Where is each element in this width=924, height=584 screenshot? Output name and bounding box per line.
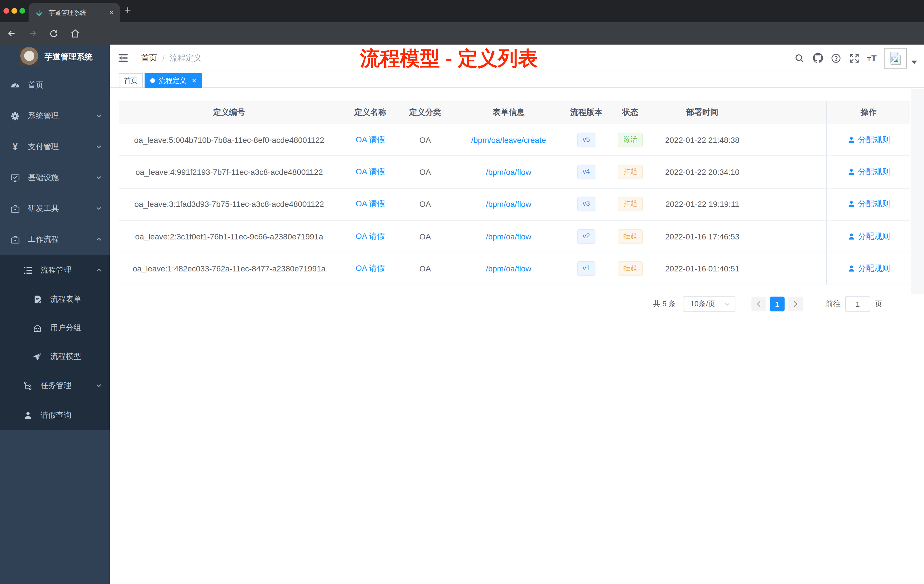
help-icon[interactable] (831, 53, 842, 63)
assign-rule-button[interactable]: 分配规则 (847, 264, 890, 274)
sidebar-item-leave-query[interactable]: 请假查询 (0, 401, 110, 430)
fullscreen-icon[interactable] (849, 53, 860, 63)
form-icon (33, 295, 42, 304)
breadcrumb-separator: / (162, 53, 165, 63)
breadcrumb-home[interactable]: 首页 (141, 53, 157, 63)
cell-id: oa_leave:2:3c1f0ef1-76b1-11ec-9c66-a2380… (119, 221, 340, 252)
tab-close-icon[interactable]: ✕ (109, 10, 114, 16)
search-icon[interactable] (794, 53, 805, 63)
tree-list-icon (23, 265, 33, 275)
toolbox-icon (10, 204, 20, 213)
cell-id: oa_leave:5:004b710b-7b8a-11ec-8ef0-acde4… (119, 124, 340, 156)
sidebar-item-task-mgmt[interactable]: 任务管理 (0, 371, 110, 401)
page-number-current[interactable]: 1 (770, 297, 785, 312)
tab-title: 芋道管理系统 (49, 8, 109, 17)
sidebar-item-devtools[interactable]: 研发工具 (0, 193, 110, 224)
version-tag: v2 (577, 229, 596, 244)
version-tag: v3 (577, 197, 596, 212)
send-icon (33, 352, 42, 361)
back-icon[interactable] (6, 28, 17, 39)
gear-icon (10, 111, 20, 121)
sidebar-item-system[interactable]: 系统管理 (0, 101, 110, 132)
robot-icon (33, 323, 42, 333)
tag-home[interactable]: 首页 (119, 73, 143, 88)
table-right-gutter (911, 89, 924, 294)
col-header-action: 操作 (826, 101, 910, 124)
window-close-button[interactable] (3, 8, 9, 14)
definition-name-link[interactable]: OA 请假 (356, 264, 385, 274)
page-suffix-label: 页 (875, 299, 882, 309)
cell-category: OA (401, 221, 449, 252)
definition-name-link[interactable]: OA 请假 (356, 167, 385, 177)
next-page-button[interactable] (788, 297, 803, 312)
sidebar-menu: 首页 系统管理 ¥ 支付管理 基础设施 (0, 70, 110, 430)
forward-icon[interactable] (27, 28, 38, 39)
form-link[interactable]: /bpm/oa/flow (486, 167, 531, 177)
window-controls (3, 8, 25, 14)
col-header-form: 表单信息 (449, 101, 568, 124)
form-link[interactable]: /bpm/oa/leave/create (471, 135, 546, 144)
assign-rule-button[interactable]: 分配规则 (847, 199, 890, 210)
assign-rule-button[interactable]: 分配规则 (847, 167, 890, 177)
main-content: 定义编号 定义名称 定义分类 表单信息 流程版本 状态 部署时间 操作 oa_l… (110, 88, 924, 584)
definition-name-link[interactable]: OA 请假 (356, 231, 385, 242)
col-header-status: 状态 (605, 101, 656, 124)
table-row: oa_leave:5:004b710b-7b8a-11ec-8ef0-acde4… (119, 124, 910, 156)
status-badge: 挂起 (618, 197, 643, 212)
window-minimize-button[interactable] (12, 8, 17, 14)
github-icon[interactable] (812, 53, 823, 63)
table-row: oa_leave:2:3c1f0ef1-76b1-11ec-9c66-a2380… (119, 221, 910, 253)
home-icon[interactable] (69, 28, 81, 39)
tag-close-icon[interactable]: ✕ (191, 77, 196, 84)
assign-rule-button[interactable]: 分配规则 (847, 231, 890, 242)
cell-time: 2022-01-22 20:34:10 (656, 156, 749, 188)
table-row: oa_leave:4:991f2193-7b7f-11ec-a3c8-acde4… (119, 156, 910, 188)
cell-category: OA (401, 188, 449, 220)
user-icon (847, 136, 855, 144)
assign-rule-button[interactable]: 分配规则 (847, 135, 890, 145)
tag-process-definition[interactable]: 流程定义 ✕ (145, 73, 202, 88)
sidebar-item-process-mgmt[interactable]: 流程管理 (0, 255, 110, 285)
sidebar-item-home[interactable]: 首页 (0, 70, 110, 101)
col-header-id: 定义编号 (119, 101, 340, 124)
reload-icon[interactable] (48, 28, 59, 39)
new-tab-button[interactable]: + (125, 4, 131, 16)
sidebar-item-payment[interactable]: ¥ 支付管理 (0, 132, 110, 162)
cell-time: 2022-01-16 17:46:53 (656, 221, 749, 252)
definition-name-link[interactable]: OA 请假 (356, 199, 385, 210)
status-badge: 挂起 (618, 261, 643, 276)
sidebar-item-process-model[interactable]: 流程模型 (0, 342, 110, 371)
chevron-up-icon (96, 236, 102, 244)
cell-category: OA (401, 156, 449, 188)
form-link[interactable]: /bpm/oa/flow (486, 264, 531, 274)
font-size-icon[interactable]: TT (867, 53, 877, 63)
page-size-select[interactable]: 10条/页 (683, 296, 736, 312)
sidebar-logo[interactable]: 芋道管理系统 (0, 48, 110, 70)
window-zoom-button[interactable] (20, 8, 25, 14)
favicon-plant-icon (34, 8, 44, 17)
sidebar-item-infra[interactable]: 基础设施 (0, 162, 110, 193)
table-row: oa_leave:1:482ec033-762a-11ec-8477-a2380… (119, 253, 910, 285)
sidebar-item-workflow[interactable]: 工作流程 (0, 224, 110, 255)
org-icon (23, 381, 33, 391)
browser-tab[interactable]: 芋道管理系统 ✕ (28, 3, 120, 22)
form-link[interactable]: /bpm/oa/flow (486, 232, 531, 241)
monitor-icon (10, 173, 20, 183)
yen-icon: ¥ (10, 142, 20, 152)
avatar-dropdown-icon[interactable] (911, 60, 917, 64)
goto-label: 前往 (826, 299, 841, 309)
pagination: 共 5 条 10条/页 1 前往 1 页 (119, 296, 910, 312)
prev-page-button[interactable] (751, 297, 766, 312)
chevron-down-icon (96, 382, 102, 391)
hamburger-icon[interactable] (118, 53, 129, 63)
goto-page-input[interactable]: 1 (845, 296, 870, 312)
definition-name-link[interactable]: OA 请假 (356, 135, 385, 145)
status-badge: 激活 (618, 132, 643, 147)
user-icon (23, 411, 33, 420)
avatar[interactable] (884, 48, 907, 68)
browser-tab-strip: 芋道管理系统 ✕ + (0, 0, 924, 22)
status-badge: 挂起 (618, 165, 643, 180)
sidebar-item-process-form[interactable]: 流程表单 (0, 285, 110, 314)
sidebar-item-user-group[interactable]: 用户分组 (0, 314, 110, 342)
form-link[interactable]: /bpm/oa/flow (486, 200, 531, 209)
